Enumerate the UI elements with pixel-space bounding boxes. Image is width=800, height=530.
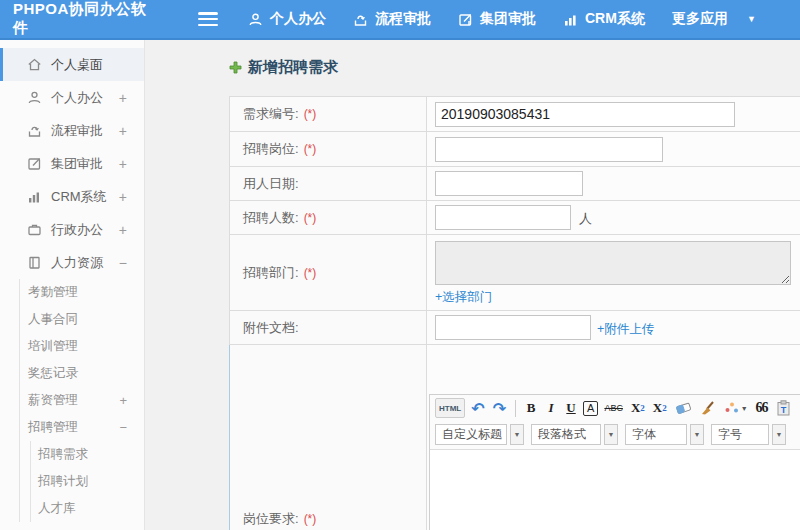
expand-icon[interactable]: + xyxy=(119,90,127,106)
blockquote-button[interactable]: 66 xyxy=(754,398,770,418)
app-header: PHPOA协同办公软件 个人办公 流程审批 集团审批 CRM系统 更多应用 ▼ xyxy=(0,0,800,40)
sidebar-item-label: 个人办公 xyxy=(51,89,103,107)
nav-label: 更多应用 xyxy=(672,10,728,28)
html-source-button[interactable]: HTML xyxy=(435,398,465,418)
underline-button[interactable]: U xyxy=(563,398,579,418)
select-department-link[interactable]: +选择部门 xyxy=(435,290,492,304)
sidebar-item-hr-contract[interactable]: 人事合同 xyxy=(20,306,144,333)
sidebar-item-label: 考勤管理 xyxy=(28,284,78,301)
font-style-button[interactable]: A xyxy=(583,401,598,416)
chevron-down-icon[interactable]: ▼ xyxy=(604,424,618,445)
editor-content-area[interactable] xyxy=(430,450,800,530)
position-label: 招聘岗位: xyxy=(243,141,299,156)
sidebar-item-label: 招聘需求 xyxy=(38,446,88,463)
nav-group-approval[interactable]: 集团审批 xyxy=(458,10,536,28)
hr-submenu: 考勤管理 人事合同 培训管理 奖惩记录 薪资管理 + 招聘管理 − 招聘需求 招… xyxy=(19,279,144,522)
headcount-input[interactable] xyxy=(435,205,571,230)
italic-button[interactable]: I xyxy=(543,398,559,418)
strikethrough-button[interactable]: ABC xyxy=(602,398,625,418)
paragraph-format-select[interactable]: 段落格式 xyxy=(531,424,601,445)
form-row-date: 用人日期: xyxy=(230,167,800,201)
form-row-headcount: 招聘人数:(*) 人 xyxy=(230,201,800,235)
collapse-icon[interactable]: − xyxy=(119,420,127,435)
user-icon xyxy=(248,12,263,27)
nav-personal-office[interactable]: 个人办公 xyxy=(248,10,326,28)
attachment-label: 附件文档: xyxy=(243,320,299,335)
code-input[interactable] xyxy=(435,102,735,127)
sidebar-item-label: 人力资源 xyxy=(51,254,103,272)
expand-icon[interactable]: + xyxy=(119,222,127,238)
sidebar-item-recruit-mgmt[interactable]: 招聘管理 − xyxy=(20,414,144,441)
undo-icon[interactable]: ↶ xyxy=(469,398,486,418)
sidebar-item-admin-office[interactable]: 行政办公 + xyxy=(0,213,144,246)
required-mark: (*) xyxy=(304,266,317,280)
format-brush-icon[interactable] xyxy=(698,398,718,418)
requirements-label: 岗位要求: xyxy=(243,511,299,526)
eraser-icon[interactable] xyxy=(673,398,694,418)
menu-toggle-icon[interactable] xyxy=(198,12,218,26)
sidebar-item-label: CRM系统 xyxy=(51,188,107,206)
headcount-label: 招聘人数: xyxy=(243,210,299,225)
bold-button[interactable]: B xyxy=(523,398,539,418)
sidebar-item-recruit-plan[interactable]: 招聘计划 xyxy=(31,468,144,495)
app-logo: PHPOA协同办公软件 xyxy=(0,0,150,38)
editor-toolbar-row2: 自定义标题▼ 段落格式▼ 字体▼ 字号▼ xyxy=(430,421,800,450)
date-label: 用人日期: xyxy=(243,176,299,191)
nav-more-apps[interactable]: 更多应用 xyxy=(672,10,728,28)
date-input[interactable] xyxy=(435,171,583,196)
subscript-button[interactable]: X2 xyxy=(651,398,669,418)
attachment-input[interactable] xyxy=(435,315,591,340)
sidebar-item-personal-desktop[interactable]: 个人桌面 xyxy=(0,48,144,81)
sidebar-item-personal-office[interactable]: 个人办公 + xyxy=(0,81,144,114)
attachment-upload-link[interactable]: +附件上传 xyxy=(597,322,654,336)
chevron-down-icon[interactable]: ▼ xyxy=(772,424,786,445)
sidebar-item-reward-punishment[interactable]: 奖惩记录 xyxy=(20,360,144,387)
department-textarea[interactable] xyxy=(435,241,791,285)
code-label: 需求编号: xyxy=(243,106,299,121)
sidebar-item-label: 流程审批 xyxy=(51,122,103,140)
position-input[interactable] xyxy=(435,137,663,162)
required-mark: (*) xyxy=(304,211,317,225)
nav-label: 个人办公 xyxy=(270,10,326,28)
sidebar-item-label: 个人桌面 xyxy=(51,56,103,74)
sidebar-item-group-approval[interactable]: 集团审批 + xyxy=(0,147,144,180)
chevron-down-icon[interactable]: ▼ xyxy=(690,424,704,445)
required-mark: (*) xyxy=(304,142,317,156)
custom-title-select[interactable]: 自定义标题 xyxy=(435,424,507,445)
editor-toolbar-row1: HTML ↶ ↷ B I U A ABC X2 X2 xyxy=(430,395,800,421)
chevron-down-icon: ▼ xyxy=(741,405,748,412)
font-family-select[interactable]: 字体 xyxy=(625,424,687,445)
expand-icon[interactable]: + xyxy=(119,156,127,172)
expand-icon[interactable]: + xyxy=(119,123,127,139)
nav-workflow-approval[interactable]: 流程审批 xyxy=(353,10,431,28)
font-size-select[interactable]: 字号 xyxy=(711,424,769,445)
superscript-button[interactable]: X2 xyxy=(629,398,647,418)
toolbar-separator xyxy=(515,400,516,417)
chevron-down-icon[interactable]: ▼ xyxy=(747,14,756,24)
headcount-unit: 人 xyxy=(579,211,592,226)
emotion-dots-icon[interactable]: ▼ xyxy=(722,398,750,418)
edit-icon xyxy=(458,12,473,27)
sidebar-item-workflow-approval[interactable]: 流程审批 + xyxy=(0,114,144,147)
collapse-icon[interactable]: − xyxy=(119,255,127,271)
nav-crm-system[interactable]: CRM系统 xyxy=(563,10,645,28)
expand-icon[interactable]: + xyxy=(119,189,127,205)
page-title-text: 新增招聘需求 xyxy=(248,58,338,77)
sidebar-item-crm-system[interactable]: CRM系统 + xyxy=(0,180,144,213)
nav-label: 流程审批 xyxy=(375,10,431,28)
expand-icon[interactable]: + xyxy=(119,393,127,408)
form-row-code: 需求编号:(*) xyxy=(230,97,800,132)
sidebar-item-recruit-requirement[interactable]: 招聘需求 xyxy=(31,441,144,468)
sidebar-item-label: 招聘管理 xyxy=(28,419,78,436)
redo-icon[interactable]: ↷ xyxy=(491,398,508,418)
recruit-requirement-form: 需求编号:(*) 招聘岗位:(*) 用人日期: 招聘人数:(*) xyxy=(229,96,800,530)
sidebar-item-attendance-mgmt[interactable]: 考勤管理 xyxy=(20,279,144,306)
sidebar-item-human-resources[interactable]: 人力资源 − xyxy=(0,246,144,279)
sidebar-item-talent-pool[interactable]: 人才库 xyxy=(31,495,144,522)
sidebar-item-training-mgmt[interactable]: 培训管理 xyxy=(20,333,144,360)
flow-approval-icon xyxy=(353,12,368,27)
chevron-down-icon[interactable]: ▼ xyxy=(510,424,524,445)
hr-book-icon xyxy=(27,255,43,270)
sidebar-item-salary-mgmt[interactable]: 薪资管理 + xyxy=(20,387,144,414)
paste-icon[interactable]: T xyxy=(774,398,793,418)
